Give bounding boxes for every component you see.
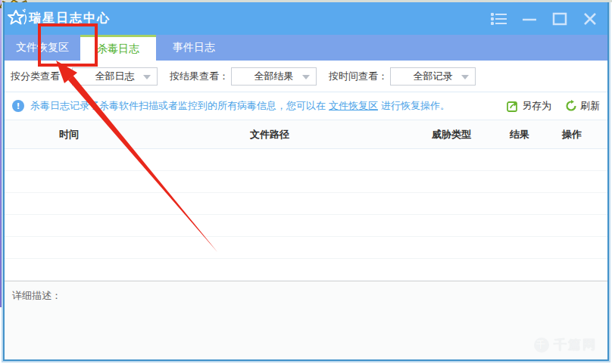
- filter-category-value: 全部日志: [95, 70, 135, 83]
- title-bar[interactable]: 瑞星日志中心: [5, 2, 607, 35]
- window-title: 瑞星日志中心: [29, 11, 111, 26]
- chevron-down-icon: [461, 75, 469, 79]
- table-body: [5, 149, 607, 281]
- watermark-logo-icon: 千: [534, 338, 549, 353]
- app-window: 瑞星日志中心: [2, 2, 610, 362]
- refresh-icon: [565, 100, 577, 112]
- table-row: [5, 193, 607, 215]
- info-bar: ! 杀毒日志记录了杀毒软件扫描或者监控到的所有病毒信息，您可以在文件恢复区进行恢…: [5, 92, 607, 120]
- tab-bar: 文件恢复区 杀毒日志 事件日志: [5, 35, 607, 61]
- filter-time-value: 全部记录: [414, 70, 453, 83]
- table-row: [5, 149, 607, 171]
- chevron-down-icon: [143, 75, 151, 79]
- table-row: [5, 259, 607, 281]
- info-icon: !: [12, 100, 24, 112]
- file-recovery-link[interactable]: 文件恢复区: [329, 100, 378, 111]
- column-header-operation[interactable]: 操作: [542, 128, 601, 142]
- filter-result-label: 按结果查看：: [170, 70, 229, 83]
- watermark: 千 千篇网: [534, 336, 597, 353]
- maximize-icon[interactable]: [550, 9, 570, 29]
- refresh-label: 刷新: [580, 99, 600, 113]
- filter-time-group: 按时间查看： 全部记录: [329, 67, 476, 86]
- filter-category-select[interactable]: 全部日志: [72, 67, 158, 86]
- app-logo-star-icon: [6, 8, 27, 30]
- column-header-threat-type[interactable]: 威胁类型: [406, 128, 497, 142]
- table-row: [5, 215, 607, 237]
- column-header-result[interactable]: 结果: [497, 128, 542, 142]
- filter-result-value: 全部结果: [254, 70, 294, 83]
- save-as-label: 另存为: [522, 99, 551, 113]
- detail-description-label: 详细描述：: [5, 282, 607, 303]
- tab-file-recovery[interactable]: 文件恢复区: [5, 35, 80, 61]
- save-as-icon: [507, 100, 519, 112]
- tab-event-log[interactable]: 事件日志: [156, 35, 232, 61]
- filter-category-label: 按分类查看：: [11, 70, 70, 83]
- minimize-icon[interactable]: [520, 9, 539, 29]
- filter-time-select[interactable]: 全部记录: [390, 67, 476, 86]
- filter-category-group: 按分类查看： 全部日志: [11, 67, 158, 86]
- menu-list-icon[interactable]: [489, 9, 509, 29]
- save-as-button[interactable]: 另存为: [507, 99, 551, 113]
- refresh-button[interactable]: 刷新: [565, 99, 600, 113]
- column-header-filepath[interactable]: 文件路径: [133, 128, 406, 142]
- filter-time-label: 按时间查看：: [329, 70, 388, 83]
- filter-result-select[interactable]: 全部结果: [231, 67, 317, 86]
- info-text: 杀毒日志记录了杀毒软件扫描或者监控到的所有病毒信息，您可以在文件恢复区进行恢复操…: [30, 99, 450, 113]
- detail-section: 详细描述： 千 千篇网: [5, 281, 607, 359]
- column-header-time[interactable]: 时间: [5, 128, 133, 142]
- close-icon[interactable]: [580, 9, 600, 29]
- table-header: 时间 文件路径 威胁类型 结果 操作: [5, 120, 607, 149]
- chevron-down-icon: [302, 75, 310, 79]
- watermark-text: 千篇网: [554, 336, 597, 353]
- filter-result-group: 按结果查看： 全部结果: [170, 67, 317, 86]
- table-row: [5, 237, 607, 259]
- table-row: [5, 171, 607, 193]
- filter-bar: 按分类查看： 全部日志 按结果查看： 全部结果 按时间查看： 全部记录: [5, 61, 607, 92]
- tab-antivirus-log[interactable]: 杀毒日志: [80, 35, 156, 61]
